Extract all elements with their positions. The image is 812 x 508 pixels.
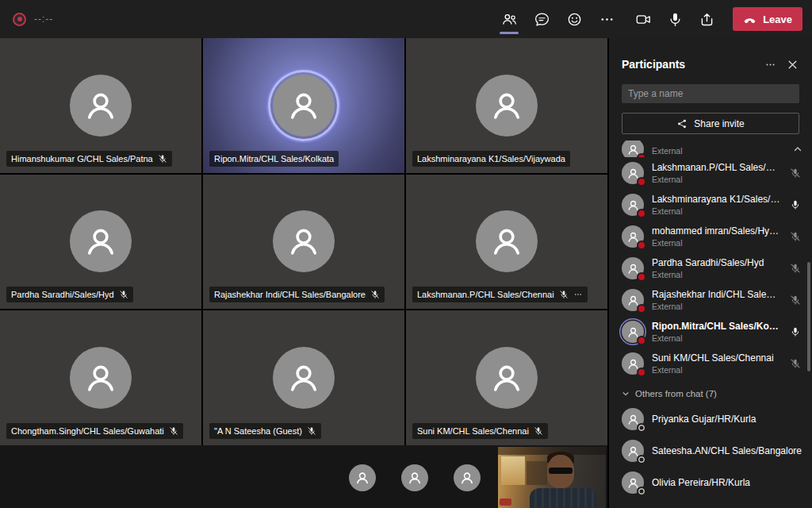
reactions-button[interactable]	[559, 2, 589, 36]
participant-row[interactable]: Suni KM/CHL Sales/Chennai External	[609, 348, 812, 379]
mic-off-icon	[790, 167, 801, 179]
window-light	[501, 456, 525, 485]
presence-busy-dot	[637, 272, 646, 282]
video-tile-active-speaker[interactable]: Ripon.Mitra/CHL Sales/Kolkata	[203, 38, 404, 173]
recording-indicator-icon	[13, 13, 26, 26]
participant-name-label: Ripon.Mitra/CHL Sales/Kolkata	[209, 151, 339, 167]
mic-active-button[interactable]	[788, 325, 802, 339]
avatar	[273, 347, 335, 409]
participant-name: "A N Sateesha (Guest)	[214, 426, 302, 436]
participant-name: Pardha Saradhi/Sales/Hyd	[11, 290, 114, 299]
leave-button[interactable]: Leave	[733, 7, 802, 31]
participant-name-label: Lakshmanan.P/CHL Sales/Chennai	[412, 287, 588, 302]
panel-scrollbar[interactable]	[807, 262, 810, 371]
mic-muted-button[interactable]	[788, 356, 802, 371]
person-icon	[82, 87, 119, 124]
share-screen-icon	[699, 11, 715, 28]
mic-icon	[790, 199, 801, 210]
participant-name-label: Rajashekhar Indi/CHL Sales/Bangalore	[209, 287, 385, 302]
chat-participant-row[interactable]: Priyanka Gujar/HR/Kurla	[609, 403, 812, 435]
overflow-participant-avatar[interactable]	[349, 464, 376, 491]
mic-muted-button[interactable]	[788, 261, 802, 275]
avatar	[622, 440, 644, 462]
video-tile[interactable]: Chongtham.Singh/CHL Sales/Guwahati	[0, 310, 201, 445]
participant-subtitle: External	[652, 238, 780, 248]
panel-header: Participants	[609, 38, 812, 83]
shelf-shadow	[527, 461, 547, 485]
overflow-participant-avatar[interactable]	[454, 464, 481, 491]
panel-header-actions	[760, 54, 802, 75]
chat-participant-row[interactable]: Olivia Pereira/HR/Kurla	[609, 467, 812, 498]
participant-subtitle: External	[652, 365, 780, 375]
mic-muted-button[interactable]	[788, 166, 802, 180]
overflow-participant-avatar[interactable]	[401, 464, 428, 491]
participant-row[interactable]: Pardha Saradhi/Sales/Hyd External	[609, 252, 812, 284]
video-tile[interactable]: "A N Sateesha (Guest)	[203, 310, 404, 445]
camera-icon	[635, 11, 652, 28]
share-invite-button[interactable]: Share invite	[622, 113, 799, 134]
overflow-participants	[349, 464, 481, 491]
more-actions-button[interactable]	[592, 2, 622, 36]
avatar	[476, 210, 538, 272]
participant-name: Pardha Saradhi/Sales/Hyd	[652, 257, 780, 268]
panel-more-button[interactable]	[760, 54, 780, 75]
search-input[interactable]	[622, 84, 799, 103]
participant-subtitle: External	[652, 333, 780, 343]
participant-subtitle: External	[652, 146, 785, 156]
video-tile[interactable]: Lakshminarayana K1/Sales/Vijaywada	[406, 38, 607, 173]
participant-row[interactable]: Lakshminarayana K1/Sales/Vij... External	[609, 189, 812, 221]
participant-name-label: Himanshukumar G/CHL Sales/Patna	[6, 151, 172, 167]
camera-toggle-button[interactable]	[628, 2, 658, 36]
red-object	[500, 498, 511, 506]
chevron-up-icon[interactable]	[793, 144, 802, 154]
mic-muted-button[interactable]	[788, 293, 802, 307]
participant-list: External Lakshmanan.P/CHL Sales/Che... E…	[609, 140, 812, 506]
presence-offline-dot	[637, 423, 646, 433]
mic-off-icon	[790, 263, 801, 274]
share-icon	[676, 118, 688, 129]
presence-busy-dot	[637, 241, 646, 250]
mic-off-icon	[559, 290, 569, 299]
avatar	[622, 162, 644, 184]
participant-name: Rajashekhar Indi/CHL Sales/Bangalore	[214, 290, 366, 299]
chat-toggle-button[interactable]	[527, 2, 557, 36]
participant-name: Lakshminarayana K1/Sales/Vijaywada	[417, 154, 565, 164]
mic-off-icon	[790, 294, 801, 306]
avatar	[622, 408, 644, 430]
video-tile[interactable]: Pardha Saradhi/Sales/Hyd	[0, 175, 201, 310]
participant-row[interactable]: Lakshmanan.P/CHL Sales/Che... External	[609, 157, 812, 189]
mic-active-button[interactable]	[788, 198, 802, 212]
share-screen-button[interactable]	[691, 2, 722, 36]
participant-row-active-speaker[interactable]: Ripon.Mitra/CHL Sales/Kolka... External	[609, 316, 812, 348]
participants-toggle-button[interactable]	[494, 2, 524, 36]
participant-subtitle: External	[652, 206, 780, 216]
others-section-header[interactable]: Others from chat (7)	[609, 379, 812, 403]
avatar	[622, 257, 644, 279]
chat-participant-row[interactable]: Sateesha.AN/CHL Sales/Bangalore	[609, 435, 812, 467]
participant-row[interactable]: Rajashekhar Indi/CHL Sales/B... External	[609, 284, 812, 316]
mic-off-icon	[790, 358, 801, 369]
person-icon	[488, 223, 525, 260]
mic-off-icon	[307, 426, 316, 436]
person-icon	[285, 87, 322, 124]
leave-label: Leave	[763, 13, 792, 25]
more-dots-icon[interactable]	[573, 290, 583, 299]
phone-hangup-icon	[743, 13, 756, 26]
video-tile[interactable]: Suni KM/CHL Sales/Chennai	[406, 310, 607, 445]
mic-muted-button[interactable]	[788, 229, 802, 244]
avatar	[273, 210, 335, 272]
video-tile[interactable]: Lakshmanan.P/CHL Sales/Chennai	[406, 175, 607, 310]
video-tile[interactable]: Himanshukumar G/CHL Sales/Patna	[0, 38, 201, 173]
teams-meeting-window: --:--	[0, 0, 812, 508]
self-view-video[interactable]	[498, 447, 606, 508]
person-icon	[488, 360, 525, 396]
video-grid: Himanshukumar G/CHL Sales/Patna Ripon.Mi…	[0, 38, 607, 445]
participant-name: Ripon.Mitra/CHL Sales/Kolkata	[214, 154, 334, 164]
panel-close-button[interactable]	[782, 54, 802, 75]
participant-row-partial[interactable]: External	[609, 140, 812, 157]
participant-name: Lakshmanan.P/CHL Sales/Che...	[652, 162, 780, 173]
participant-row[interactable]: mohammed imran/Sales/Hyd... External	[609, 221, 812, 252]
avatar	[70, 210, 132, 272]
mic-toggle-button[interactable]	[660, 2, 690, 36]
video-tile[interactable]: Rajashekhar Indi/CHL Sales/Bangalore	[203, 175, 404, 310]
